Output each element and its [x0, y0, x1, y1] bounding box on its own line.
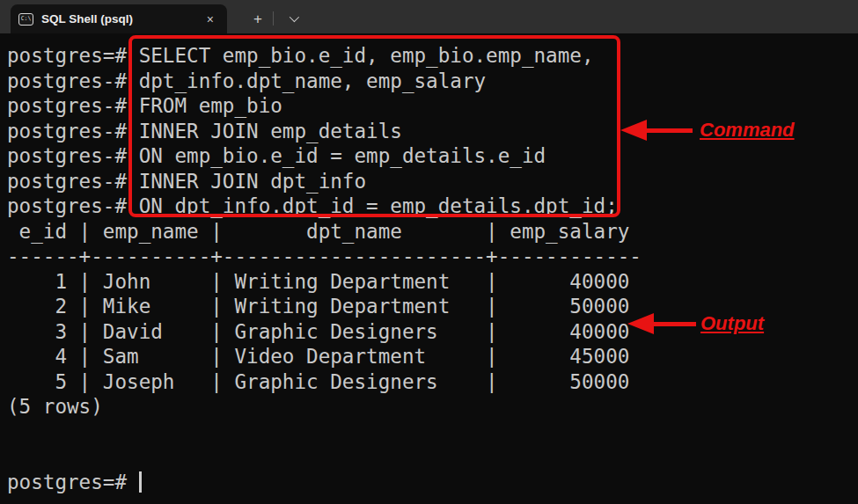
- output-annotation-label: Output: [700, 313, 764, 334]
- result-table-header: e_id | emp_name | dpt_name | emp_salary: [7, 219, 858, 245]
- terminal-blank-line: [7, 420, 858, 445]
- plus-icon: +: [253, 11, 262, 27]
- tab-close-button[interactable]: ×: [202, 11, 218, 27]
- terminal-line-query: postgres-# INNER JOIN dpt_info: [7, 169, 858, 194]
- tab-title: SQL Shell (psql): [41, 12, 202, 26]
- tabbar-divider: [273, 11, 274, 26]
- row-count-label: (5 rows): [7, 394, 858, 420]
- titlebar: C:\ SQL Shell (psql) × +: [0, 0, 858, 33]
- tab-sql-shell[interactable]: C:\ SQL Shell (psql) ×: [11, 4, 227, 33]
- chevron-down-icon: [290, 12, 299, 22]
- terminal-window: C:\ SQL Shell (psql) × + postgres=# SELE…: [0, 0, 858, 504]
- new-tab-button[interactable]: +: [246, 11, 269, 28]
- terminal-line-query: postgres-# dpt_info.dpt_name, emp_salary: [7, 69, 858, 94]
- command-prompt-icon: C:\: [18, 13, 33, 26]
- terminal-line-query: postgres-# ON emp_bio.e_id = emp_details…: [7, 143, 858, 169]
- terminal-line-query: postgres-# ON dpt_info.dpt_id = emp_deta…: [7, 194, 858, 219]
- command-annotation-label: Command: [700, 120, 795, 141]
- terminal-line-query: postgres=# SELECT emp_bio.e_id, emp_bio.…: [7, 43, 858, 69]
- terminal-prompt-line[interactable]: postgres=#: [7, 470, 858, 495]
- terminal-line-query: postgres-# FROM emp_bio: [7, 93, 858, 119]
- terminal-prompt: postgres=#: [7, 471, 139, 493]
- result-table-row: 5 | Joseph | Graphic Designers | 50000: [7, 369, 858, 395]
- terminal-output[interactable]: postgres=# SELECT emp_bio.e_id, emp_bio.…: [0, 33, 858, 504]
- tab-dropdown-button[interactable]: [282, 11, 304, 26]
- result-table-row: 1 | John | Writing Department | 40000: [7, 269, 858, 295]
- result-table-separator: ------+----------+----------------------…: [7, 244, 858, 269]
- close-icon: ×: [207, 12, 214, 26]
- result-table-row: 4 | Sam | Video Department | 45000: [7, 344, 858, 369]
- terminal-blank-line: [7, 444, 858, 470]
- terminal-cursor: [139, 471, 142, 493]
